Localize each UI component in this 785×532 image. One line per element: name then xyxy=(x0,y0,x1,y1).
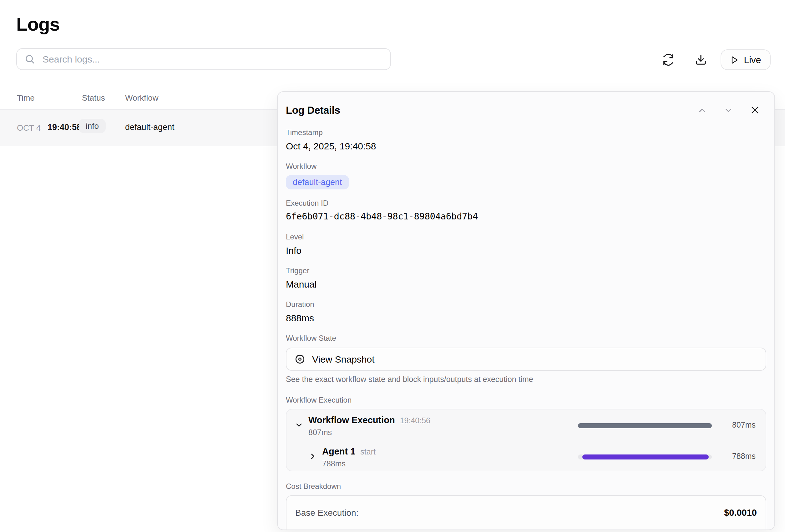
agent-bar-fill xyxy=(582,454,709,459)
execution-id-label: Execution ID xyxy=(286,198,766,208)
cost-row-value: $0.0010 xyxy=(724,508,757,517)
cost-breakdown-label: Cost Breakdown xyxy=(286,481,766,491)
search-bar[interactable] xyxy=(16,48,391,70)
live-button[interactable]: Live xyxy=(720,49,770,70)
view-snapshot-label: View Snapshot xyxy=(312,354,375,365)
log-workflow: default-agent xyxy=(125,123,175,132)
play-icon xyxy=(730,55,739,64)
next-log-button[interactable] xyxy=(724,105,733,115)
workflow-execution-card: Workflow Execution19:40:56 807ms 807ms A… xyxy=(286,409,766,471)
chevron-right-icon xyxy=(308,452,317,461)
eye-icon xyxy=(295,354,305,365)
cost-row: Model Input: $0.00005000 xyxy=(295,528,757,530)
download-icon xyxy=(694,53,707,65)
workflow-exec-bar-label: 807ms xyxy=(732,421,756,429)
collapse-workflow-execution-button[interactable] xyxy=(295,421,303,429)
live-button-label: Live xyxy=(744,54,761,65)
agent-bar-label: 788ms xyxy=(732,452,756,461)
logs-page: Logs Live Time Status Workflow OCT 4 19:… xyxy=(0,0,785,532)
workflow-badge[interactable]: default-agent xyxy=(286,175,349,189)
execution-row-name: Agent 1 xyxy=(322,446,355,456)
snapshot-caption: See the exact workflow state and block i… xyxy=(286,374,766,385)
execution-row-name: Workflow Execution xyxy=(308,415,395,425)
panel-actions xyxy=(698,105,760,115)
log-time: 19:40:58 xyxy=(48,123,81,132)
panel-title: Log Details xyxy=(286,104,340,116)
status-badge: info xyxy=(79,119,106,133)
workflow-label: Workflow xyxy=(286,161,766,171)
cost-row-label: Base Execution: xyxy=(295,508,358,517)
log-date: OCT 4 xyxy=(17,123,41,133)
workflow-exec-bar xyxy=(578,423,712,428)
timestamp-label: Timestamp xyxy=(286,128,766,137)
workflow-execution-label: Workflow Execution xyxy=(286,395,766,405)
column-header-status: Status xyxy=(82,93,105,103)
level-value: Info xyxy=(286,244,766,257)
trigger-label: Trigger xyxy=(286,266,766,276)
chevron-down-icon xyxy=(724,105,733,115)
execution-row-duration: 807ms xyxy=(308,428,332,437)
workflow-state-label: Workflow State xyxy=(286,333,766,343)
execution-row[interactable]: Agent 1start xyxy=(322,446,376,457)
duration-label: Duration xyxy=(286,299,766,310)
execution-row-type: start xyxy=(360,448,376,456)
refresh-button[interactable] xyxy=(657,49,679,70)
download-button[interactable] xyxy=(690,49,711,70)
page-title: Logs xyxy=(16,14,60,35)
search-input[interactable] xyxy=(41,53,383,65)
close-panel-button[interactable] xyxy=(750,105,760,115)
level-label: Level xyxy=(286,232,766,242)
expand-agent-button[interactable] xyxy=(308,452,317,461)
panel-header: Log Details xyxy=(286,101,766,119)
column-header-workflow: Workflow xyxy=(125,93,158,103)
execution-row-time: 19:40:56 xyxy=(400,416,430,425)
prev-log-button[interactable] xyxy=(698,105,707,115)
column-header-time: Time xyxy=(17,93,35,103)
chevron-up-icon xyxy=(698,105,707,115)
close-icon xyxy=(750,105,760,115)
chevron-down-icon xyxy=(295,421,303,429)
refresh-icon xyxy=(662,53,674,65)
execution-id-value: 6fe6b071-dc88-4b48-98c1-89804a6bd7b4 xyxy=(286,210,766,223)
view-snapshot-button[interactable]: View Snapshot xyxy=(286,348,766,371)
execution-row-duration: 788ms xyxy=(322,459,346,468)
log-details-panel: Log Details Timestamp Oct 4, 2025, 19:40… xyxy=(277,91,775,530)
cost-row: Base Execution: $0.0010 xyxy=(295,505,757,521)
cost-breakdown-card: Base Execution: $0.0010 Model Input: $0.… xyxy=(286,495,766,530)
execution-row[interactable]: Workflow Execution19:40:56 xyxy=(308,415,430,426)
duration-value: 888ms xyxy=(286,311,766,324)
timestamp-value: Oct 4, 2025, 19:40:58 xyxy=(286,139,766,153)
trigger-value: Manual xyxy=(286,277,766,291)
search-icon xyxy=(24,54,35,64)
